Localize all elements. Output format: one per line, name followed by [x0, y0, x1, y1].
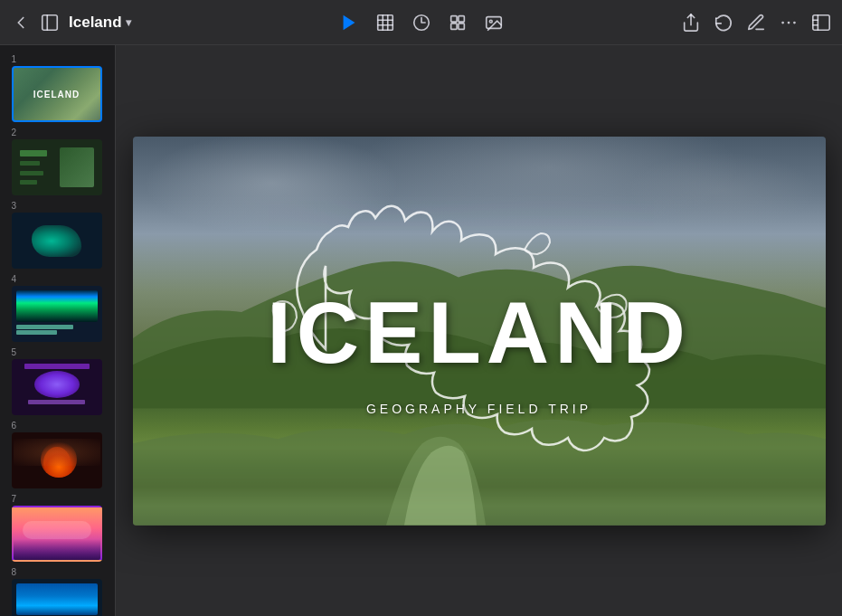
toolbar: Iceland ▾	[0, 0, 842, 45]
title-chevron-icon: ▾	[126, 16, 131, 29]
svg-marker-2	[343, 14, 355, 30]
slide-wrapper-7: 7	[6, 492, 109, 564]
toolbar-right	[681, 13, 831, 33]
more-button[interactable]	[779, 13, 799, 33]
slide-number-8: 8	[12, 567, 17, 577]
format-button[interactable]	[811, 13, 831, 33]
slide-title: ICELAND	[267, 283, 691, 383]
slide-panel: 1 2 3	[0, 45, 116, 616]
media-button[interactable]	[484, 13, 504, 33]
chart-button[interactable]	[412, 13, 431, 33]
slide-thumbnail-7[interactable]	[12, 506, 102, 562]
slide-canvas[interactable]: ICELAND GEOGRAPHY FIELD TRIP	[116, 45, 842, 616]
slide-thumbnail-8[interactable]	[12, 579, 102, 616]
svg-rect-10	[458, 15, 463, 21]
svg-rect-9	[450, 15, 456, 21]
slide-wrapper-2: 2	[6, 126, 109, 197]
toolbar-center	[339, 13, 504, 33]
svg-rect-3	[377, 14, 393, 30]
slide-number-6: 6	[12, 421, 17, 431]
presentation-title[interactable]: Iceland ▾	[69, 14, 131, 32]
main-content: 1 2 3	[0, 45, 842, 616]
slide-wrapper-3: 3	[6, 199, 109, 270]
slide-thumbnail-1[interactable]	[12, 66, 102, 122]
sidebar-toggle-button[interactable]	[40, 13, 60, 33]
slide-number-4: 4	[12, 274, 17, 284]
table-button[interactable]	[375, 13, 395, 33]
svg-rect-12	[458, 23, 463, 28]
back-button[interactable]	[11, 13, 31, 33]
slide-number-2: 2	[12, 128, 17, 137]
annotate-button[interactable]	[746, 13, 766, 33]
slide-wrapper-5: 5	[6, 346, 109, 417]
share-button[interactable]	[681, 13, 701, 33]
svg-rect-19	[813, 14, 829, 30]
svg-point-17	[788, 21, 790, 24]
svg-point-14	[489, 20, 492, 23]
slide-subtitle: GEOGRAPHY FIELD TRIP	[366, 402, 591, 416]
shapes-button[interactable]	[448, 13, 468, 33]
slide-thumbnail-4[interactable]	[12, 286, 102, 342]
slide-number-5: 5	[12, 347, 17, 357]
slide-thumbnail-6[interactable]	[12, 432, 102, 488]
slide-number-3: 3	[12, 201, 17, 211]
svg-rect-11	[450, 23, 456, 28]
slide-wrapper-6: 6	[6, 419, 109, 490]
slide-wrapper-1: 1	[6, 52, 109, 124]
slide-number-1: 1	[12, 54, 17, 64]
slide-thumbnail-5[interactable]	[12, 359, 102, 415]
main-slide: ICELAND GEOGRAPHY FIELD TRIP	[133, 137, 826, 526]
play-button[interactable]	[339, 13, 359, 33]
slide-number-7: 7	[12, 494, 17, 504]
svg-rect-0	[43, 14, 58, 30]
slide-wrapper-4: 4	[6, 272, 109, 344]
slide-thumbnail-2[interactable]	[12, 139, 102, 195]
svg-point-18	[793, 21, 796, 24]
svg-point-16	[781, 21, 784, 24]
undo-button[interactable]	[714, 13, 733, 33]
slide-thumbnail-3[interactable]	[12, 213, 102, 269]
slide-wrapper-8: 8	[6, 565, 109, 616]
